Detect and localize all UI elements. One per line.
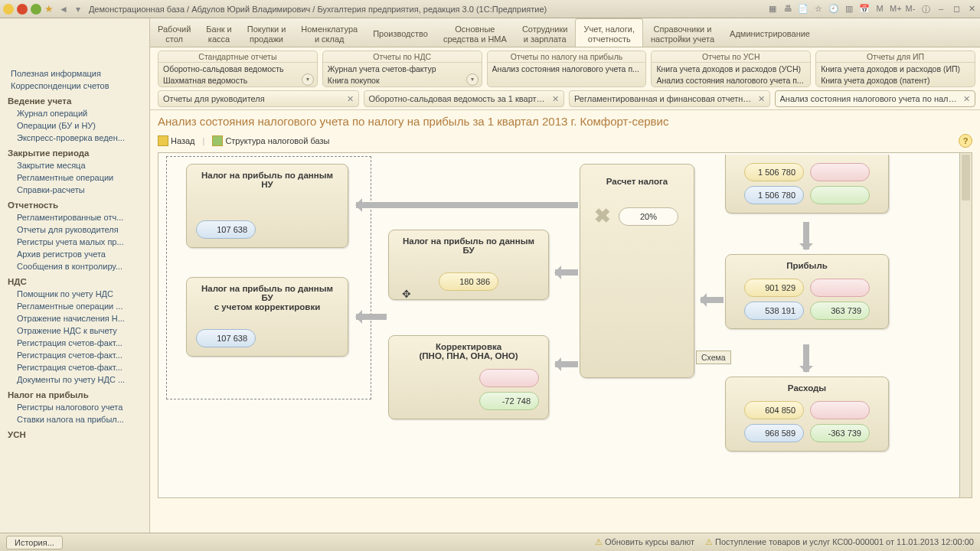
favorite-icon[interactable]: ★ — [44, 3, 54, 15]
sidebar-link[interactable]: Сообщения в контролиру... — [0, 260, 149, 272]
document-tab[interactable]: Регламентированная и финансовая отчетнос… — [569, 90, 770, 107]
value-pill[interactable]: 1 506 780 — [744, 186, 804, 204]
card-profit[interactable]: Прибыль 901 929 538 191363 739 — [725, 254, 889, 329]
nav-tab[interactable]: Учет, налоги,отчетность — [575, 18, 642, 47]
value-pill[interactable]: 604 850 — [744, 401, 804, 419]
sidebar-link[interactable]: Корреспонденции счетов — [0, 80, 149, 92]
sidebar-link[interactable]: Регистрация счетов-факт... — [0, 349, 149, 361]
nav-back-icon[interactable]: ◄ — [59, 4, 68, 15]
sidebar-link[interactable]: Помощник по учету НДС — [0, 288, 149, 300]
report-link[interactable]: Книга учета доходов и расходов (ИП) — [821, 64, 970, 75]
nav-tab[interactable]: Основныесредства и НМА — [436, 18, 514, 47]
tool-icon[interactable]: ☆ — [813, 4, 824, 15]
report-link[interactable]: Шахматная ведомость — [163, 75, 312, 86]
value-pill[interactable] — [479, 369, 539, 387]
nav-tab[interactable]: Номенклатураи склад — [293, 18, 365, 47]
ok-circle-icon[interactable] — [31, 4, 41, 15]
report-group[interactable]: Отчеты по налогу на прибыльАнализ состоя… — [487, 51, 647, 87]
nav-tab[interactable]: Покупки ипродажи — [240, 18, 294, 47]
card-correction[interactable]: Корректировка (ПНО, ПНА, ОНА, ОНО) -72 7… — [388, 335, 549, 419]
close-tab-icon[interactable]: ✕ — [547, 94, 559, 104]
sidebar-link[interactable]: Регистрация счетов-факт... — [0, 361, 149, 373]
report-group[interactable]: Отчеты по УСНКнига учета доходов и расхо… — [651, 51, 811, 87]
value-pill[interactable] — [810, 401, 870, 419]
tool-icon[interactable]: ▥ — [844, 4, 854, 15]
sidebar-link[interactable]: Регистры налогового учета — [0, 401, 149, 413]
report-link[interactable]: Оборотно-сальдовая ведомость — [163, 64, 312, 75]
history-button[interactable]: История... — [6, 536, 63, 549]
document-tab[interactable]: Отчеты для руководителя✕ — [158, 90, 359, 107]
nav-tab[interactable]: Справочники инастройки учета — [643, 18, 722, 47]
close-tab-icon[interactable]: ✕ — [342, 94, 354, 104]
card-tax-nu[interactable]: Налог на прибыль по данным НУ 107 638 — [186, 164, 348, 248]
document-tab[interactable]: Оборотно-сальдовая ведомость за 1 кварта… — [364, 90, 565, 107]
rate-pill[interactable]: 20% — [619, 207, 678, 226]
sidebar-link[interactable]: Регламентированные отч... — [0, 211, 149, 223]
value-pill[interactable]: 107 638 — [196, 329, 256, 347]
tool-icon[interactable]: 🕘 — [828, 4, 839, 15]
sidebar-link[interactable]: Отчеты для руководителя — [0, 223, 149, 236]
help-icon[interactable]: ? — [959, 134, 972, 148]
value-pill[interactable]: 901 929 — [744, 279, 804, 297]
dropdown-icon[interactable]: ▾ — [302, 73, 314, 86]
sidebar-link[interactable]: Журнал операций — [0, 107, 149, 119]
scrollbar[interactable] — [959, 153, 972, 497]
document-tab[interactable]: Анализ состояния налогового учета по нал… — [775, 90, 976, 107]
report-link[interactable]: Анализ состояния налогового учета п... — [492, 64, 642, 75]
sidebar-link[interactable]: Экспресс-проверка веден... — [0, 132, 149, 144]
report-link[interactable]: Журнал учета счетов-фактур — [328, 64, 477, 75]
tool-icon[interactable]: 📄 — [798, 4, 808, 15]
nav-fwd-icon[interactable]: ▾ — [76, 4, 80, 15]
sidebar-link[interactable]: Полезная информация — [0, 67, 149, 80]
close-tab-icon[interactable]: ✕ — [753, 94, 765, 104]
report-group[interactable]: Отчеты по НДСЖурнал учета счетов-фактурК… — [322, 51, 482, 87]
sidebar-link[interactable]: Регистрация счетов-факт... — [0, 337, 149, 349]
maximize-icon[interactable]: ◻ — [951, 4, 962, 15]
sidebar-link[interactable]: Справки-расчеты — [0, 184, 149, 196]
sidebar-link[interactable]: Регистры учета малых пр... — [0, 236, 149, 248]
sidebar-link[interactable]: Отражение начисления Н... — [0, 312, 149, 324]
report-link[interactable]: Книга покупок — [328, 75, 477, 86]
sidebar-link[interactable]: Регламентные операции ... — [0, 300, 149, 312]
nav-tab[interactable]: Администрирование — [722, 18, 818, 47]
sidebar-link[interactable]: Операции (БУ и НУ) — [0, 119, 149, 132]
close-circle-icon[interactable] — [17, 4, 28, 15]
scroll-thumb[interactable] — [962, 155, 970, 201]
sidebar-link[interactable]: Архив регистров учета — [0, 248, 149, 260]
report-link[interactable]: Книга учета доходов (патент) — [821, 75, 970, 86]
close-icon[interactable]: ✕ — [966, 4, 977, 15]
nav-tab[interactable]: Банк икасса — [198, 18, 239, 47]
sidebar-link[interactable]: Документы по учету НДС ... — [0, 373, 149, 386]
card-expense[interactable]: Расходы 604 850 968 589-363 739 — [725, 377, 889, 452]
info-icon[interactable]: ⓘ — [920, 4, 931, 15]
tool-icon[interactable]: M- — [905, 4, 916, 15]
value-pill[interactable] — [810, 186, 870, 204]
card-tax-bu[interactable]: Налог на прибыль по данным БУ 180 386 — [388, 230, 549, 300]
value-pill[interactable] — [810, 163, 870, 181]
dropdown-icon[interactable]: ▾ — [466, 73, 479, 86]
tool-icon[interactable]: M+ — [890, 4, 900, 15]
report-group[interactable]: Отчеты для ИПКнига учета доходов и расхо… — [815, 51, 975, 87]
report-link[interactable]: Книга учета доходов и расходов (УСН) — [656, 64, 805, 75]
sidebar-link[interactable]: Ставки налога на прибыл... — [0, 413, 149, 425]
sidebar-link[interactable]: Регламентные операции — [0, 171, 149, 184]
value-pill[interactable]: 180 386 — [439, 272, 498, 291]
tool-icon[interactable]: ▦ — [767, 4, 778, 15]
nav-tab[interactable]: Сотрудникии зарплата — [514, 18, 576, 47]
value-pill[interactable]: -72 748 — [479, 392, 539, 410]
value-pill[interactable]: 107 638 — [196, 220, 256, 239]
status-warning[interactable]: Обновить курсы валют — [595, 537, 694, 547]
tool-icon[interactable]: 📅 — [859, 4, 870, 15]
value-pill[interactable]: 968 589 — [744, 424, 804, 442]
report-link[interactable]: Анализ состояния налогового учета п... — [656, 75, 805, 86]
close-tab-icon[interactable]: ✕ — [959, 94, 970, 104]
value-pill[interactable] — [810, 279, 870, 297]
value-pill[interactable]: 363 739 — [810, 302, 870, 320]
structure-button[interactable]: Структура налоговой базы — [212, 135, 329, 146]
report-group[interactable]: Стандартные отчетыОборотно-сальдовая вед… — [158, 51, 318, 87]
back-button[interactable]: Назад — [158, 135, 195, 146]
card-income[interactable]: 1 506 780 1 506 780 — [725, 155, 889, 214]
tool-icon[interactable]: M — [874, 4, 885, 15]
card-tax-bu-corr[interactable]: Налог на прибыль по данным БУ с учетом к… — [186, 277, 348, 357]
value-pill[interactable]: 538 191 — [744, 302, 804, 320]
